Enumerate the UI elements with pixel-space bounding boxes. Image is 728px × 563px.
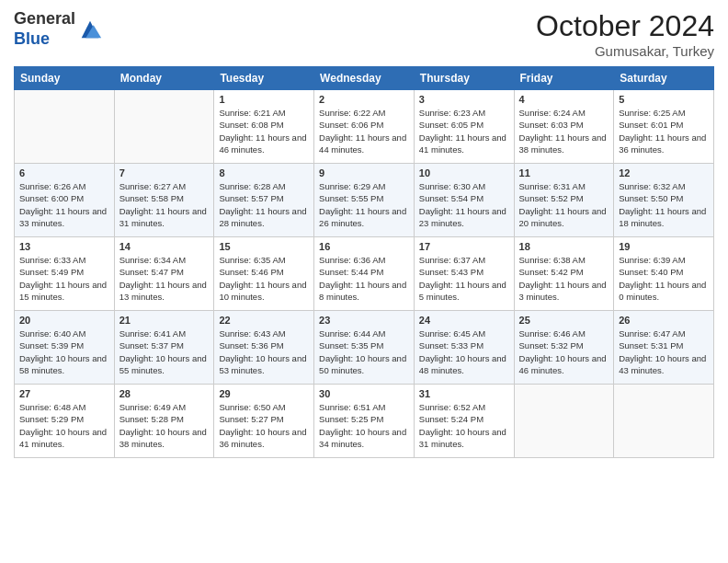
day-info: Sunrise: 6:21 AMSunset: 6:08 PMDaylight:… xyxy=(219,107,309,155)
calendar-day-cell: 6Sunrise: 6:26 AMSunset: 6:00 PMDaylight… xyxy=(15,164,115,237)
day-number: 2 xyxy=(319,94,409,105)
day-number: 28 xyxy=(119,388,210,399)
calendar-table: SundayMondayTuesdayWednesdayThursdayFrid… xyxy=(14,66,714,458)
day-info: Sunrise: 6:47 AMSunset: 5:31 PMDaylight:… xyxy=(619,327,709,376)
calendar-day-cell: 9Sunrise: 6:29 AMSunset: 5:55 PMDaylight… xyxy=(314,164,415,237)
day-of-week-header: Tuesday xyxy=(214,67,314,90)
day-number: 20 xyxy=(19,315,109,326)
calendar-day-cell: 3Sunrise: 6:23 AMSunset: 6:05 PMDaylight… xyxy=(414,90,514,164)
day-of-week-header: Monday xyxy=(114,67,214,90)
calendar-day-cell: 28Sunrise: 6:49 AMSunset: 5:28 PMDayligh… xyxy=(114,385,214,458)
day-number: 3 xyxy=(419,94,509,105)
logo-blue: Blue xyxy=(14,29,50,48)
day-number: 29 xyxy=(219,388,309,399)
day-info: Sunrise: 6:46 AMSunset: 5:32 PMDaylight:… xyxy=(519,327,609,376)
day-number: 6 xyxy=(19,167,109,178)
calendar-day-cell xyxy=(614,385,714,458)
day-info: Sunrise: 6:36 AMSunset: 5:44 PMDaylight:… xyxy=(319,254,409,303)
day-number: 1 xyxy=(219,94,309,105)
day-number: 8 xyxy=(219,167,309,178)
day-info: Sunrise: 6:51 AMSunset: 5:25 PMDaylight:… xyxy=(319,401,409,450)
calendar-day-cell: 8Sunrise: 6:28 AMSunset: 5:57 PMDaylight… xyxy=(214,164,314,237)
day-info: Sunrise: 6:40 AMSunset: 5:39 PMDaylight:… xyxy=(19,327,109,376)
calendar-day-cell: 19Sunrise: 6:39 AMSunset: 5:40 PMDayligh… xyxy=(614,237,714,311)
day-number: 11 xyxy=(519,167,609,178)
day-number: 27 xyxy=(19,388,109,399)
day-info: Sunrise: 6:44 AMSunset: 5:35 PMDaylight:… xyxy=(319,327,409,376)
calendar-day-cell: 20Sunrise: 6:40 AMSunset: 5:39 PMDayligh… xyxy=(15,311,115,385)
calendar-day-cell: 21Sunrise: 6:41 AMSunset: 5:37 PMDayligh… xyxy=(114,311,214,385)
calendar-week-row: 20Sunrise: 6:40 AMSunset: 5:39 PMDayligh… xyxy=(15,311,714,385)
day-info: Sunrise: 6:22 AMSunset: 6:06 PMDaylight:… xyxy=(319,107,409,155)
day-info: Sunrise: 6:28 AMSunset: 5:57 PMDaylight:… xyxy=(219,180,309,229)
day-number: 9 xyxy=(319,167,409,178)
day-number: 16 xyxy=(319,241,409,252)
calendar-day-cell xyxy=(114,90,214,164)
calendar-day-cell xyxy=(514,385,614,458)
calendar-day-cell: 5Sunrise: 6:25 AMSunset: 6:01 PMDaylight… xyxy=(614,90,714,164)
calendar-day-cell: 2Sunrise: 6:22 AMSunset: 6:06 PMDaylight… xyxy=(314,90,415,164)
day-of-week-header: Saturday xyxy=(614,67,714,90)
day-number: 25 xyxy=(519,315,609,326)
day-number: 19 xyxy=(619,241,709,252)
calendar-day-cell: 11Sunrise: 6:31 AMSunset: 5:52 PMDayligh… xyxy=(514,164,614,237)
day-number: 13 xyxy=(19,241,109,252)
day-info: Sunrise: 6:34 AMSunset: 5:47 PMDaylight:… xyxy=(119,254,210,303)
day-info: Sunrise: 6:33 AMSunset: 5:49 PMDaylight:… xyxy=(19,254,109,303)
day-number: 12 xyxy=(619,167,709,178)
calendar-day-cell: 29Sunrise: 6:50 AMSunset: 5:27 PMDayligh… xyxy=(214,385,314,458)
day-of-week-header: Sunday xyxy=(15,67,115,90)
day-number: 15 xyxy=(219,241,309,252)
calendar-day-cell: 1Sunrise: 6:21 AMSunset: 6:08 PMDaylight… xyxy=(214,90,314,164)
day-number: 17 xyxy=(419,241,509,252)
calendar-week-row: 27Sunrise: 6:48 AMSunset: 5:29 PMDayligh… xyxy=(15,385,714,458)
day-info: Sunrise: 6:35 AMSunset: 5:46 PMDaylight:… xyxy=(219,254,309,303)
calendar-day-cell xyxy=(15,90,115,164)
logo: General Blue xyxy=(14,9,103,49)
day-number: 23 xyxy=(319,315,409,326)
day-info: Sunrise: 6:41 AMSunset: 5:37 PMDaylight:… xyxy=(119,327,210,376)
calendar-day-cell: 31Sunrise: 6:52 AMSunset: 5:24 PMDayligh… xyxy=(414,385,514,458)
calendar-day-cell: 27Sunrise: 6:48 AMSunset: 5:29 PMDayligh… xyxy=(15,385,115,458)
day-info: Sunrise: 6:38 AMSunset: 5:42 PMDaylight:… xyxy=(519,254,609,303)
day-info: Sunrise: 6:49 AMSunset: 5:28 PMDaylight:… xyxy=(119,401,210,450)
calendar-day-cell: 13Sunrise: 6:33 AMSunset: 5:49 PMDayligh… xyxy=(15,237,115,311)
day-of-week-header: Thursday xyxy=(414,67,514,90)
calendar-header-row: SundayMondayTuesdayWednesdayThursdayFrid… xyxy=(15,67,714,90)
month-title: October 2024 xyxy=(536,9,714,43)
calendar-day-cell: 4Sunrise: 6:24 AMSunset: 6:03 PMDaylight… xyxy=(514,90,614,164)
page: General Blue October 2024 Gumusakar, Tur… xyxy=(0,0,728,563)
logo-text: General Blue xyxy=(14,9,75,49)
day-number: 14 xyxy=(119,241,210,252)
calendar-day-cell: 26Sunrise: 6:47 AMSunset: 5:31 PMDayligh… xyxy=(614,311,714,385)
day-number: 18 xyxy=(519,241,609,252)
day-number: 21 xyxy=(119,315,210,326)
day-info: Sunrise: 6:26 AMSunset: 6:00 PMDaylight:… xyxy=(19,180,109,229)
calendar-day-cell: 24Sunrise: 6:45 AMSunset: 5:33 PMDayligh… xyxy=(414,311,514,385)
day-number: 26 xyxy=(619,315,709,326)
day-number: 10 xyxy=(419,167,509,178)
calendar-week-row: 6Sunrise: 6:26 AMSunset: 6:00 PMDaylight… xyxy=(15,164,714,237)
calendar-day-cell: 23Sunrise: 6:44 AMSunset: 5:35 PMDayligh… xyxy=(314,311,415,385)
calendar-day-cell: 18Sunrise: 6:38 AMSunset: 5:42 PMDayligh… xyxy=(514,237,614,311)
calendar-day-cell: 17Sunrise: 6:37 AMSunset: 5:43 PMDayligh… xyxy=(414,237,514,311)
day-number: 4 xyxy=(519,94,609,105)
day-info: Sunrise: 6:27 AMSunset: 5:58 PMDaylight:… xyxy=(119,180,210,229)
calendar-day-cell: 7Sunrise: 6:27 AMSunset: 5:58 PMDaylight… xyxy=(114,164,214,237)
calendar-day-cell: 22Sunrise: 6:43 AMSunset: 5:36 PMDayligh… xyxy=(214,311,314,385)
day-of-week-header: Friday xyxy=(514,67,614,90)
logo-icon xyxy=(77,17,103,42)
day-info: Sunrise: 6:39 AMSunset: 5:40 PMDaylight:… xyxy=(619,254,709,303)
day-info: Sunrise: 6:52 AMSunset: 5:24 PMDaylight:… xyxy=(419,401,509,450)
day-info: Sunrise: 6:23 AMSunset: 6:05 PMDaylight:… xyxy=(419,107,509,155)
day-number: 5 xyxy=(619,94,709,105)
day-info: Sunrise: 6:50 AMSunset: 5:27 PMDaylight:… xyxy=(219,401,309,450)
day-info: Sunrise: 6:48 AMSunset: 5:29 PMDaylight:… xyxy=(19,401,109,450)
day-info: Sunrise: 6:31 AMSunset: 5:52 PMDaylight:… xyxy=(519,180,609,229)
calendar-day-cell: 25Sunrise: 6:46 AMSunset: 5:32 PMDayligh… xyxy=(514,311,614,385)
day-number: 22 xyxy=(219,315,309,326)
calendar-day-cell: 16Sunrise: 6:36 AMSunset: 5:44 PMDayligh… xyxy=(314,237,415,311)
day-of-week-header: Wednesday xyxy=(314,67,415,90)
calendar-week-row: 1Sunrise: 6:21 AMSunset: 6:08 PMDaylight… xyxy=(15,90,714,164)
day-info: Sunrise: 6:29 AMSunset: 5:55 PMDaylight:… xyxy=(319,180,409,229)
